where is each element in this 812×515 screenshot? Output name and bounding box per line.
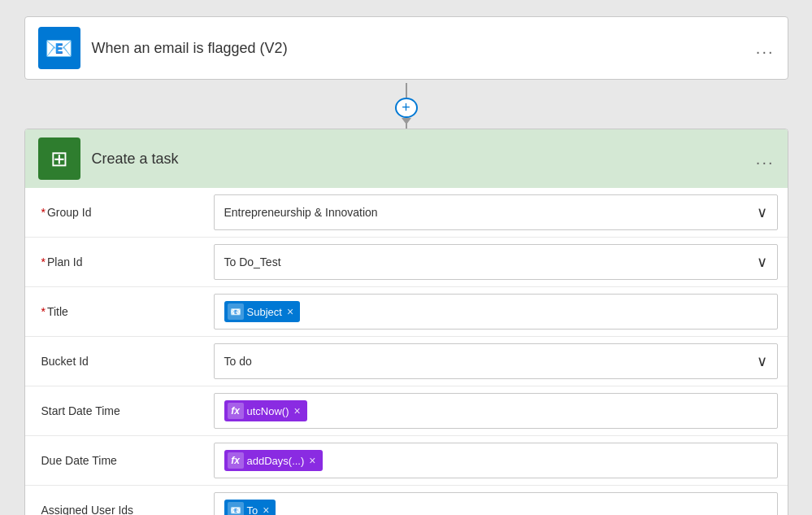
planner-action-icon: ⊞ (50, 146, 68, 172)
group-id-dropdown[interactable]: Entrepreneurship & Innovation ∨ (214, 194, 778, 230)
action-menu-button[interactable]: ... (756, 150, 775, 168)
adddays-fx-icon: fx (228, 452, 244, 469)
due-date-time-row: Due Date Time fx addDays(...) × (25, 436, 788, 486)
title-subject-token: 📧 Subject × (224, 301, 301, 322)
group-id-chevron-icon: ∨ (757, 203, 767, 221)
title-input[interactable]: 📧 Subject × (214, 294, 778, 330)
subject-token-outlook-icon: 📧 (228, 303, 244, 320)
bucket-id-value: To do (224, 355, 252, 368)
plan-id-value: To Do_Test (224, 255, 281, 268)
title-label: *Title (25, 297, 204, 326)
due-date-time-input[interactable]: fx addDays(...) × (214, 443, 778, 478)
to-token: 📧 To × (224, 500, 276, 515)
plan-id-row: *Plan Id To Do_Test ∨ (25, 238, 788, 287)
bucket-id-chevron-icon: ∨ (757, 352, 767, 370)
assigned-user-ids-label: Assigned User Ids (25, 495, 204, 515)
plan-id-control: To Do_Test ∨ (204, 238, 788, 286)
outlook-trigger-icon: 📧 (45, 35, 73, 62)
plan-id-chevron-icon: ∨ (757, 253, 767, 271)
trigger-menu-button[interactable]: ... (756, 39, 775, 58)
start-date-time-input[interactable]: fx utcNow() × (214, 393, 778, 429)
adddays-token-label: addDays(...) (247, 455, 305, 467)
utcnow-fx-icon: fx (228, 403, 244, 419)
utcnow-token: fx utcNow() × (224, 400, 307, 421)
bucket-id-label: Bucket Id (25, 347, 204, 376)
to-token-label: To (247, 504, 258, 516)
due-date-time-control: fx addDays(...) × (204, 436, 788, 485)
flow-container: 📧 When an email is flagged (V2) ... + ⊞ … (24, 16, 788, 515)
subject-token-close-button[interactable]: × (287, 305, 293, 318)
utcnow-token-close-button[interactable]: × (294, 404, 301, 417)
trigger-card: 📧 When an email is flagged (V2) ... (24, 16, 788, 80)
start-date-time-row: Start Date Time fx utcNow() × (25, 386, 788, 436)
bucket-id-row: Bucket Id To do ∨ (25, 337, 788, 386)
start-date-time-label: Start Date Time (25, 396, 204, 426)
group-id-value: Entrepreneurship & Innovation (224, 206, 378, 219)
title-control: 📧 Subject × (204, 287, 788, 336)
assigned-user-ids-input[interactable]: 📧 To × (214, 492, 778, 515)
arrow-head (402, 118, 411, 124)
due-date-time-label: Due Date Time (25, 446, 204, 475)
action-icon-box: ⊞ (38, 137, 80, 180)
action-card: ⊞ Create a task ... *Group Id Entreprene… (24, 129, 788, 515)
connector: + (24, 80, 788, 129)
plan-id-label: *Plan Id (25, 247, 204, 277)
action-header: ⊞ Create a task ... (25, 129, 788, 188)
group-id-required: * (41, 206, 46, 219)
trigger-icon-box: 📧 (38, 27, 80, 69)
bucket-id-control: To do ∨ (204, 337, 788, 386)
subject-token-label: Subject (247, 306, 282, 318)
plan-id-dropdown[interactable]: To Do_Test ∨ (214, 244, 778, 280)
to-token-close-button[interactable]: × (263, 504, 269, 515)
adddays-token: fx addDays(...) × (224, 450, 323, 471)
title-row: *Title 📧 Subject × (25, 287, 788, 337)
group-id-row: *Group Id Entrepreneurship & Innovation … (25, 188, 788, 238)
bucket-id-dropdown[interactable]: To do ∨ (214, 343, 778, 379)
assigned-user-ids-row: Assigned User Ids 📧 To × (25, 486, 788, 515)
start-date-time-control: fx utcNow() × (204, 386, 788, 435)
action-body: *Group Id Entrepreneurship & Innovation … (25, 188, 788, 515)
to-token-outlook-icon: 📧 (228, 502, 244, 515)
adddays-token-close-button[interactable]: × (309, 454, 315, 467)
action-title: Create a task (92, 151, 179, 168)
plan-id-required: * (41, 255, 46, 268)
connector-line-top (406, 83, 407, 98)
trigger-title: When an email is flagged (V2) (92, 40, 288, 57)
title-required: * (41, 305, 46, 318)
group-id-label: *Group Id (25, 198, 204, 227)
add-step-button[interactable]: + (395, 98, 418, 119)
connector-arrow (406, 118, 407, 129)
assigned-user-ids-control: 📧 To × (204, 486, 788, 515)
utcnow-token-label: utcNow() (247, 405, 289, 417)
group-id-control: Entrepreneurship & Innovation ∨ (204, 188, 788, 237)
